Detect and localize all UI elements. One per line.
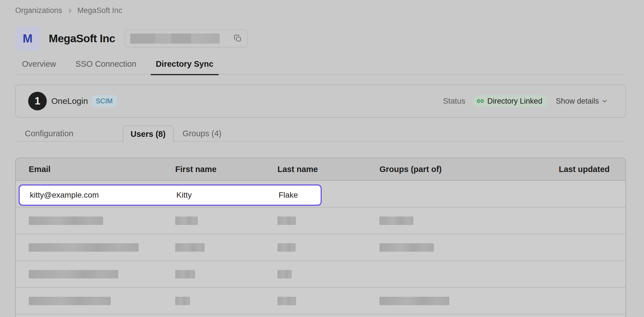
highlight-outline: kitty@example.com Kitty Flake [19, 184, 322, 206]
redacted-bar [29, 216, 103, 225]
column-header-first-name: First name [175, 165, 277, 174]
directory-subtabbar: ConfigurationUsers (8)Groups (4) [15, 126, 626, 142]
main-tabs: OverviewSSO ConnectionDirectory Sync [15, 59, 626, 75]
tab-directory-sync[interactable]: Directory Sync [151, 59, 219, 75]
org-avatar: M [15, 26, 40, 51]
column-header-email: Email [29, 165, 175, 174]
protocol-badge: SCIM [92, 95, 117, 107]
breadcrumb-organizations[interactable]: Organizations [15, 6, 62, 15]
onelogin-logo: 1 [28, 92, 47, 110]
redacted-cell [277, 243, 379, 252]
user-row-redacted[interactable] [16, 261, 625, 288]
breadcrumb-current-org: MegaSoft Inc [77, 6, 122, 15]
link-icon [476, 97, 485, 105]
cell-first-name: Kitty [176, 191, 279, 200]
redacted-bar [175, 270, 195, 278]
connection-status: Status Directory Linked Show details [443, 95, 610, 107]
redacted-cell [29, 216, 175, 225]
redacted-bar [277, 243, 296, 252]
user-row-redacted[interactable] [16, 234, 625, 261]
redacted-bar [29, 243, 139, 252]
redacted-cell [29, 297, 175, 305]
org-tabbar: OverviewSSO ConnectionDirectory Sync [15, 59, 626, 75]
user-row-highlighted[interactable]: kitty@example.com Kitty Flake [16, 181, 625, 207]
copy-icon [233, 34, 243, 44]
connection-provider: 1 OneLogin SCIM [28, 92, 117, 110]
sub-tabs: ConfigurationUsers (8)Groups (4) [15, 126, 626, 142]
users-table-body: kitty@example.com Kitty Flake [16, 181, 625, 317]
breadcrumb: Organizations MegaSoft Inc [15, 0, 626, 15]
org-header: M MegaSoft Inc [15, 26, 626, 51]
redacted-bar [175, 243, 205, 252]
user-row-redacted[interactable] [16, 288, 625, 314]
redacted-cell [175, 243, 277, 252]
org-id-pill [125, 30, 248, 48]
column-header-groups-part-of: Groups (part of) [379, 165, 548, 174]
status-badge: Directory Linked [472, 95, 548, 107]
directory-connection-card: 1 OneLogin SCIM Status Directory Linked … [15, 84, 626, 118]
redacted-bar [379, 243, 434, 252]
redacted-cell [277, 216, 379, 225]
redacted-cell [175, 297, 277, 305]
page-title: MegaSoft Inc [49, 32, 115, 45]
redacted-cell [379, 243, 548, 252]
redacted-bar [379, 216, 413, 225]
redacted-bar [175, 297, 190, 305]
chevron-right-icon [67, 8, 73, 14]
subtab-groups-4[interactable]: Groups (4) [175, 126, 229, 142]
redacted-cell [277, 270, 379, 278]
user-row-redacted[interactable] [16, 207, 625, 234]
redacted-cell [175, 270, 277, 278]
redacted-cell [277, 297, 379, 305]
tab-overview[interactable]: Overview [17, 59, 61, 75]
redacted-cell [29, 243, 175, 252]
user-row-redacted[interactable] [16, 314, 625, 317]
redacted-cell [379, 216, 548, 225]
cell-email: kitty@example.com [30, 191, 176, 200]
redacted-cell [379, 297, 548, 305]
redacted-bar [175, 216, 198, 225]
cell-last-name: Flake [279, 191, 321, 200]
redacted-bar [29, 297, 111, 305]
column-header-last-updated: Last updated [548, 165, 610, 174]
subtab-configuration[interactable]: Configuration [17, 126, 81, 142]
status-label: Status [443, 97, 465, 106]
redacted-cell [29, 270, 175, 278]
subtab-users-8[interactable]: Users (8) [123, 126, 174, 142]
redacted-bar [277, 270, 292, 278]
column-header-last-name: Last name [277, 165, 379, 174]
users-table-header: EmailFirst nameLast nameGroups (part of)… [16, 158, 625, 181]
redacted-cell [175, 216, 277, 225]
directory-sync-page: Organizations MegaSoft Inc M MegaSoft In… [0, 0, 644, 317]
chevron-down-icon [601, 98, 608, 104]
users-table: EmailFirst nameLast nameGroups (part of)… [15, 158, 626, 317]
tab-sso-connection[interactable]: SSO Connection [70, 59, 141, 75]
show-details-button[interactable]: Show details [554, 97, 610, 106]
redacted-bar [277, 297, 296, 305]
redacted-bar [277, 216, 296, 225]
redacted-bar [379, 297, 449, 305]
redacted-bar [29, 270, 118, 278]
provider-name: OneLogin [51, 96, 88, 106]
status-value: Directory Linked [487, 97, 542, 106]
copy-button[interactable] [233, 34, 243, 44]
org-id-redacted-value [130, 34, 220, 44]
show-details-label: Show details [556, 97, 599, 106]
